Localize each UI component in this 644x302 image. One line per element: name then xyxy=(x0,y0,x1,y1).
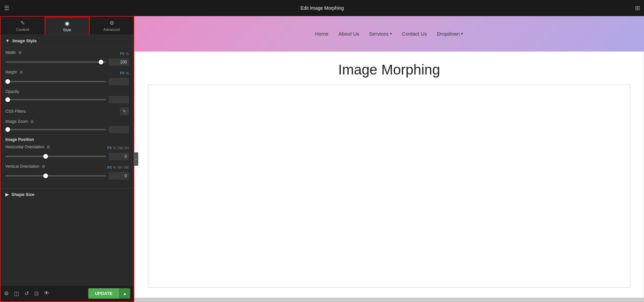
horizontal-responsive-icon[interactable]: 🖥 xyxy=(46,145,50,149)
nav-dropdown[interactable]: Dropdown ▾ xyxy=(437,31,463,37)
opacity-input[interactable] xyxy=(109,96,129,103)
preview-navbar: Home About Us Services ▾ Contact Us Drop… xyxy=(134,16,644,51)
zoom-responsive-icon[interactable]: 🖥 xyxy=(30,119,34,124)
v-unit-vw[interactable]: VW xyxy=(123,166,129,169)
image-position-label: Image Position xyxy=(5,137,129,142)
bottom-toolbar: ⚙ ◫ ↺ ⊡ 👁 UPDATE ▲ xyxy=(1,285,134,301)
tab-advanced[interactable]: ⚙ Advanced xyxy=(90,17,134,35)
height-responsive-icon[interactable]: 🖥 xyxy=(19,70,23,74)
history-icon[interactable]: ↺ xyxy=(24,290,29,297)
vertical-input[interactable] xyxy=(109,172,129,180)
nav-home-label: Home xyxy=(315,31,329,37)
shape-size-section-header[interactable]: ▶ Shape Size xyxy=(1,188,134,200)
horizontal-slider-track[interactable] xyxy=(5,156,106,157)
height-slider-track[interactable] xyxy=(5,81,106,82)
vertical-text: Vertical Orientation xyxy=(5,164,39,169)
hamburger-icon[interactable]: ☰ xyxy=(4,4,9,12)
vertical-units: PX % VH VW xyxy=(107,166,129,169)
nav-services-label: Services xyxy=(369,31,389,37)
width-responsive-icon[interactable]: 🖥 xyxy=(18,50,22,55)
height-slider-thumb[interactable] xyxy=(5,79,10,84)
vertical-label-row: Vertical Orientation 🖥 PX % VH VW xyxy=(5,164,129,171)
tab-style[interactable]: ◉ Style xyxy=(45,17,90,35)
height-unit-px[interactable]: PX xyxy=(120,71,125,75)
bottom-scrollbar[interactable] xyxy=(134,298,644,302)
width-slider-fill xyxy=(5,61,101,63)
image-style-body: Width 🖥 PX % xyxy=(1,47,134,188)
horizontal-label-row: Horizontal Orientation 🖥 PX % VW VH xyxy=(5,145,129,151)
nav-home[interactable]: Home xyxy=(315,31,329,37)
update-button[interactable]: UPDATE xyxy=(88,288,119,299)
v-unit-vh[interactable]: VH xyxy=(117,166,122,169)
update-dropdown-button[interactable]: ▲ xyxy=(119,288,130,299)
width-slider-track[interactable] xyxy=(5,61,106,63)
dropdown-chevron-icon: ▾ xyxy=(461,32,463,36)
tab-style-label: Style xyxy=(63,28,71,32)
tab-content[interactable]: ✎ Content xyxy=(1,17,45,35)
nav-contact[interactable]: Contact Us xyxy=(402,31,427,37)
opacity-slider-thumb[interactable] xyxy=(5,97,10,102)
opacity-slider-track[interactable] xyxy=(5,99,106,100)
zoom-slider-thumb[interactable] xyxy=(5,127,10,132)
style-tab-icon: ◉ xyxy=(65,20,69,27)
services-chevron-icon: ▾ xyxy=(390,32,392,36)
collapse-handle[interactable]: ‹ xyxy=(134,152,138,166)
css-filters-row: CSS Filters ✎ xyxy=(5,107,129,115)
horizontal-input[interactable] xyxy=(109,153,129,160)
tab-content-label: Content xyxy=(16,28,29,32)
image-style-label: Image Style xyxy=(12,38,37,43)
height-unit-pct[interactable]: % xyxy=(126,71,129,75)
image-zoom-text: Image Zoom xyxy=(5,119,28,124)
content-tab-icon: ✎ xyxy=(20,20,25,26)
responsive-icon[interactable]: ⊡ xyxy=(34,290,39,297)
horizontal-slider-thumb[interactable] xyxy=(43,154,48,159)
nav-services[interactable]: Services ▾ xyxy=(369,31,392,37)
width-label-row: Width 🖥 PX % xyxy=(5,50,129,57)
horizontal-orientation-field: Horizontal Orientation 🖥 PX % VW VH xyxy=(5,145,129,160)
vertical-slider-row xyxy=(5,172,129,180)
opacity-slider-row xyxy=(5,96,129,103)
layers-icon[interactable]: ◫ xyxy=(14,290,19,297)
h-unit-pct[interactable]: % xyxy=(113,146,116,150)
width-input[interactable] xyxy=(109,58,129,66)
shape-size-label: Shape Size xyxy=(11,192,35,197)
width-text: Width xyxy=(5,50,16,55)
nav-about[interactable]: About Us xyxy=(339,31,359,37)
height-input[interactable] xyxy=(109,78,129,85)
h-unit-vh[interactable]: VH xyxy=(124,146,129,150)
tab-bar: ✎ Content ◉ Style ⚙ Advanced xyxy=(1,17,134,35)
update-btn-group: UPDATE ▲ xyxy=(88,288,130,299)
width-slider-thumb[interactable] xyxy=(99,60,103,64)
left-panel: ✎ Content ◉ Style ⚙ Advanced ▼ Image Sty… xyxy=(0,16,134,302)
v-unit-px[interactable]: PX xyxy=(107,166,112,169)
nav-dropdown-label: Dropdown xyxy=(437,31,460,37)
zoom-slider-track[interactable] xyxy=(5,129,106,130)
width-label: Width 🖥 xyxy=(5,50,22,55)
height-label-row: Height 🖥 PX % xyxy=(5,70,129,77)
top-bar: ☰ Edit Image Morphing ⊞ xyxy=(0,0,644,16)
bottom-icons-group: ⚙ ◫ ↺ ⊡ 👁 xyxy=(4,290,49,297)
vertical-orientation-field: Vertical Orientation 🖥 PX % VH VW xyxy=(5,164,129,180)
height-field: Height 🖥 PX % xyxy=(5,70,129,85)
zoom-input[interactable] xyxy=(109,126,129,133)
nav-about-label: About Us xyxy=(339,31,359,37)
width-unit-pct[interactable]: % xyxy=(126,52,129,56)
v-unit-pct[interactable]: % xyxy=(113,166,116,169)
grid-icon[interactable]: ⊞ xyxy=(635,4,640,12)
vertical-slider-track[interactable] xyxy=(5,175,106,177)
tab-advanced-label: Advanced xyxy=(103,28,120,32)
width-units: PX % xyxy=(120,52,129,56)
image-style-section-header[interactable]: ▼ Image Style xyxy=(1,35,134,47)
vertical-slider-thumb[interactable] xyxy=(43,173,48,178)
h-unit-px[interactable]: PX xyxy=(107,146,112,150)
advanced-tab-icon: ⚙ xyxy=(109,20,114,26)
h-unit-vw[interactable]: VW xyxy=(117,146,123,150)
horizontal-slider-fill xyxy=(5,156,46,157)
css-filters-edit-btn[interactable]: ✎ xyxy=(120,107,129,115)
width-unit-px[interactable]: PX xyxy=(120,52,125,56)
settings-icon[interactable]: ⚙ xyxy=(4,290,9,297)
nav-items: Home About Us Services ▾ Contact Us Drop… xyxy=(315,31,463,37)
preview-widget-area xyxy=(148,85,630,288)
preview-icon[interactable]: 👁 xyxy=(44,290,49,297)
vertical-responsive-icon[interactable]: 🖥 xyxy=(41,164,45,169)
